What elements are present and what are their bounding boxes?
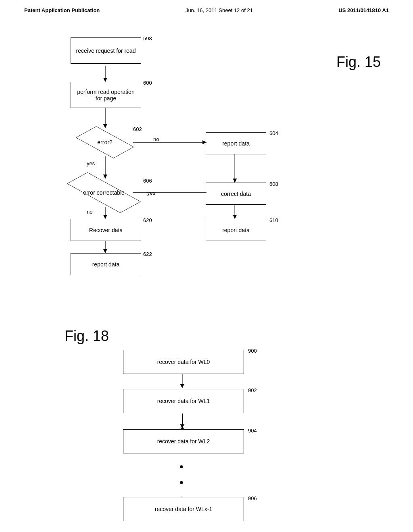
- svg-marker-7: [103, 175, 107, 179]
- ref-906: 906: [248, 495, 257, 501]
- fig18-title: Fig. 18: [65, 328, 109, 345]
- ref-600: 600: [143, 80, 152, 86]
- label-yes-606: yes: [147, 190, 155, 196]
- label-no-602: no: [153, 136, 159, 142]
- svg-marker-1: [103, 78, 107, 82]
- ref-606: 606: [143, 178, 152, 184]
- ref-604: 604: [269, 130, 278, 136]
- ref-620: 620: [143, 217, 152, 223]
- node-610: report data: [206, 219, 266, 241]
- ref-602: 602: [133, 126, 142, 132]
- label-yes-602: yes: [87, 160, 95, 166]
- arrow-902-904: [182, 414, 183, 429]
- node-604: report data: [206, 132, 266, 154]
- header-right: US 2011/0141810 A1: [338, 7, 389, 13]
- svg-marker-3: [103, 124, 107, 128]
- node-906: recover data for WLx-1: [123, 497, 244, 521]
- svg-marker-14: [103, 215, 107, 219]
- ref-608: 608: [269, 181, 278, 187]
- svg-marker-18: [180, 384, 184, 388]
- node-904: recover data for WL2: [123, 429, 244, 453]
- node-608: correct data: [206, 183, 266, 205]
- fig18-diagram: Fig. 18 recover data for WL0 900 recover…: [24, 328, 389, 529]
- header-left: Patent Application Publication: [24, 7, 100, 13]
- label-no-606: no: [87, 209, 92, 215]
- svg-marker-12: [233, 215, 237, 219]
- fig15-diagram: Fig. 15: [24, 29, 389, 303]
- node-620: Recover data: [71, 219, 141, 241]
- ref-900: 900: [248, 348, 257, 354]
- node-598: receive request for read: [71, 37, 141, 64]
- node-600: perform read operation for page: [71, 82, 141, 108]
- node-602: error?: [79, 128, 131, 156]
- ref-904: 904: [248, 428, 257, 434]
- svg-marker-16: [103, 249, 107, 253]
- node-622: report data: [71, 253, 141, 275]
- page-content: Fig. 15: [0, 17, 413, 532]
- fig15-title: Fig. 15: [336, 54, 381, 71]
- svg-marker-10: [233, 179, 237, 183]
- node-900: recover data for WL0: [123, 350, 244, 374]
- ref-622: 622: [143, 251, 152, 257]
- node-606: error correctable: [67, 179, 141, 207]
- ref-610: 610: [269, 217, 278, 223]
- page-header: Patent Application Publication Jun. 16, …: [0, 0, 413, 17]
- ref-902: 902: [248, 387, 257, 393]
- ref-598: 598: [143, 35, 152, 42]
- node-902: recover data for WL1: [123, 389, 244, 413]
- header-center: Jun. 16, 2011 Sheet 12 of 21: [186, 7, 253, 13]
